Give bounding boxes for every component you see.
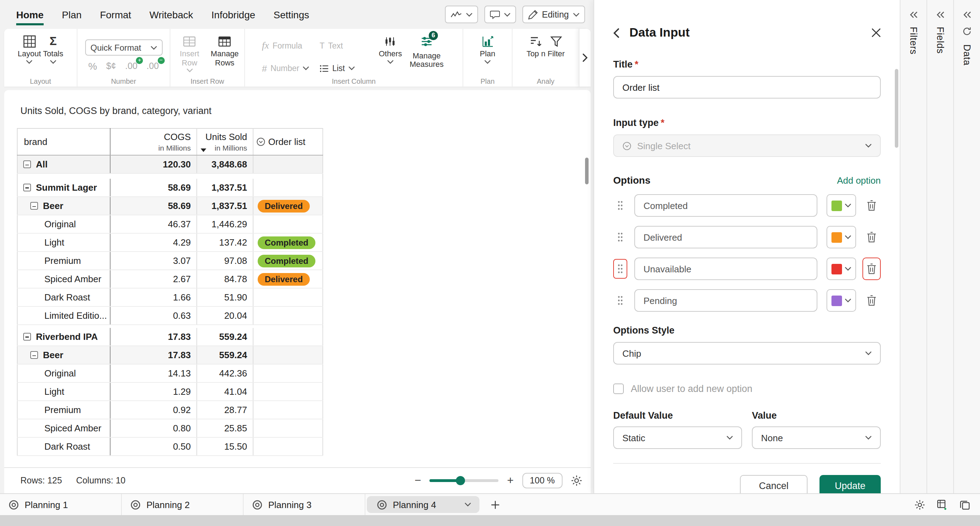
table-row[interactable]: Riverbend IPA17.83559.24 — [17, 327, 323, 346]
units-sold-value[interactable]: 15.50 — [197, 437, 253, 456]
order-list-cell[interactable] — [253, 155, 323, 173]
new-sheet-icon[interactable] — [937, 499, 948, 510]
units-sold-value[interactable]: 51.90 — [197, 288, 253, 307]
default-value-dropdown[interactable]: Static — [613, 426, 742, 449]
table-row[interactable]: All120.303,848.68 — [17, 155, 323, 173]
column-header-order-list[interactable]: Order list — [253, 129, 323, 155]
side-tab-fields[interactable]: Fields — [926, 0, 953, 493]
column-header-brand[interactable]: brand — [17, 129, 110, 155]
order-list-cell[interactable] — [253, 178, 323, 197]
cogs-value[interactable]: 17.83 — [110, 327, 197, 346]
sheet-tab-planning-3[interactable]: Planning 3 — [243, 494, 365, 515]
cogs-value[interactable]: 58.69 — [110, 178, 197, 197]
delete-option-button[interactable] — [862, 289, 881, 312]
cogs-value[interactable]: 120.30 — [110, 155, 197, 173]
currency-format-button[interactable]: $¢ — [106, 61, 116, 71]
sheet-tab-planning-4[interactable]: Planning 4 — [367, 496, 479, 513]
units-sold-value[interactable]: 1,837.51 — [197, 178, 253, 197]
table-row[interactable]: Premium3.0797.08Completed — [17, 251, 323, 270]
totals-button[interactable]: Σ Totals — [43, 32, 64, 64]
percent-format-button[interactable]: % — [88, 60, 97, 72]
table-row[interactable]: Beer17.83559.24 — [17, 346, 323, 364]
option-name-input[interactable] — [634, 257, 818, 280]
cogs-value[interactable]: 2.67 — [110, 270, 197, 288]
order-list-cell[interactable]: Delivered — [253, 270, 323, 288]
menu-item-format[interactable]: Format — [100, 9, 131, 20]
option-color-dropdown[interactable] — [827, 226, 856, 248]
increase-decimal-button[interactable]: .00+ — [125, 61, 138, 71]
panel-scrollbar[interactable] — [895, 69, 898, 148]
status-chip[interactable]: Delivered — [258, 273, 310, 285]
content-scrollbar[interactable] — [585, 157, 589, 184]
delete-option-button[interactable] — [862, 194, 881, 217]
add-sheet-button[interactable] — [482, 494, 508, 515]
cogs-value[interactable]: 58.69 — [110, 197, 197, 215]
insert-text-button[interactable]: T Text — [320, 37, 373, 55]
cogs-value[interactable]: 1.29 — [110, 383, 197, 401]
order-list-cell[interactable] — [253, 346, 323, 364]
editing-mode-dropdown[interactable]: Editing — [522, 6, 585, 23]
value-dropdown[interactable]: None — [752, 426, 881, 449]
cogs-value[interactable]: 14.13 — [110, 364, 197, 383]
order-list-cell[interactable] — [253, 364, 323, 383]
back-chevron-icon[interactable] — [613, 28, 620, 38]
grid-settings-gear-icon[interactable] — [571, 475, 582, 486]
comments-dropdown[interactable] — [484, 6, 516, 23]
table-row[interactable]: Dark Roast0.5015.50 — [17, 437, 323, 456]
menu-item-infobridge[interactable]: Infobridge — [212, 9, 256, 20]
plan-button[interactable]: Plan — [480, 32, 495, 64]
drag-handle-icon[interactable] — [613, 227, 627, 247]
menu-item-plan[interactable]: Plan — [62, 9, 82, 20]
order-list-cell[interactable] — [253, 215, 323, 233]
cogs-value[interactable]: 46.37 — [110, 215, 197, 233]
insert-row-button[interactable]: Insert Row — [173, 32, 206, 73]
table-row[interactable]: Dark Roast1.6651.90 — [17, 288, 323, 307]
units-sold-value[interactable]: 559.24 — [197, 346, 253, 364]
table-row[interactable]: Original46.371,446.29 — [17, 215, 323, 233]
units-sold-value[interactable]: 41.04 — [197, 383, 253, 401]
side-tab-data[interactable]: Data — [953, 0, 980, 493]
table-row[interactable]: Spiced Amber0.8025.85 — [17, 419, 323, 437]
table-row[interactable]: Summit Lager58.691,837.51 — [17, 178, 323, 197]
order-list-cell[interactable] — [253, 419, 323, 437]
drag-handle-icon[interactable] — [613, 291, 627, 310]
collapse-icon[interactable] — [936, 11, 945, 18]
units-sold-value[interactable]: 1,446.29 — [197, 215, 253, 233]
column-header-units-sold[interactable]: Units Sold in Millions — [197, 129, 253, 155]
option-name-input[interactable] — [634, 226, 818, 248]
cogs-value[interactable]: 17.83 — [110, 346, 197, 364]
collapse-toggle-icon[interactable] — [30, 202, 38, 210]
decrease-decimal-button[interactable]: .00− — [146, 61, 159, 71]
cogs-value[interactable]: 0.63 — [110, 307, 197, 325]
insert-number-button[interactable]: # Number — [262, 59, 317, 78]
manage-measures-button[interactable]: 6 Manage Measures — [407, 32, 445, 69]
copy-sheet-icon[interactable] — [959, 499, 970, 510]
menu-item-home[interactable]: Home — [16, 9, 44, 20]
quick-format-select[interactable]: Quick Format — [85, 40, 162, 56]
menu-item-writeback[interactable]: Writeback — [150, 9, 193, 20]
option-color-dropdown[interactable] — [827, 289, 856, 312]
order-list-cell[interactable] — [253, 437, 323, 456]
close-icon[interactable] — [872, 28, 881, 37]
table-row[interactable]: Premium0.9228.77 — [17, 401, 323, 419]
drag-handle-icon[interactable] — [613, 259, 627, 279]
collapse-toggle-icon[interactable] — [23, 184, 31, 191]
cogs-value[interactable]: 3.07 — [110, 251, 197, 270]
units-sold-value[interactable]: 1,837.51 — [197, 197, 253, 215]
order-list-cell[interactable] — [253, 307, 323, 325]
drag-handle-icon[interactable] — [613, 195, 627, 215]
table-row[interactable]: Limited Editio...0.6320.04 — [17, 307, 323, 325]
order-list-cell[interactable]: Delivered — [253, 197, 323, 215]
input-type-select[interactable]: Single Select — [613, 134, 881, 157]
units-sold-value[interactable]: 137.42 — [197, 233, 253, 251]
units-sold-value[interactable]: 559.24 — [197, 327, 253, 346]
sparkline-dropdown[interactable] — [445, 6, 478, 23]
table-row[interactable]: Original14.13442.36 — [17, 364, 323, 383]
zoom-slider[interactable] — [430, 479, 498, 482]
refresh-icon[interactable] — [963, 27, 972, 36]
option-name-input[interactable] — [634, 194, 818, 217]
order-list-cell[interactable]: Completed — [253, 233, 323, 251]
allow-add-option-checkbox[interactable] — [613, 383, 624, 394]
add-option-link[interactable]: Add option — [837, 175, 881, 186]
menu-item-settings[interactable]: Settings — [274, 9, 309, 20]
